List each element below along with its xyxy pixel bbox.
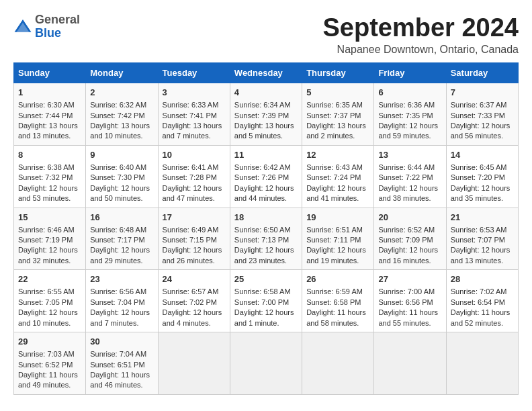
day-number: 5: [306, 87, 369, 99]
daylight-text: Daylight: 11 hours and 58 minutes.: [306, 308, 366, 326]
table-row: 7Sunrise: 6:37 AMSunset: 7:33 PMDaylight…: [446, 83, 518, 146]
sunset-text: Sunset: 7:13 PM: [234, 236, 289, 244]
col-monday: Monday: [86, 63, 158, 83]
day-number: 11: [234, 149, 298, 161]
title-block: September 2024 Napanee Downtown, Ontario…: [323, 13, 519, 56]
day-number: 6: [378, 87, 441, 99]
sunrise-text: Sunrise: 6:59 AM: [306, 287, 363, 295]
day-number: 27: [378, 273, 441, 285]
calendar-week-row: 8Sunrise: 6:38 AMSunset: 7:32 PMDaylight…: [14, 145, 519, 208]
day-number: 23: [90, 273, 153, 285]
day-number: 18: [234, 212, 298, 224]
daylight-text: Daylight: 12 hours and 47 minutes.: [163, 184, 222, 202]
sunrise-text: Sunrise: 6:50 AM: [234, 226, 291, 234]
sunset-text: Sunset: 7:05 PM: [18, 298, 73, 306]
table-row: [446, 332, 518, 395]
daylight-text: Daylight: 12 hours and 56 minutes.: [451, 122, 511, 140]
col-saturday: Saturday: [446, 63, 518, 83]
col-friday: Friday: [374, 63, 446, 83]
day-number: 15: [18, 212, 81, 224]
table-row: 16Sunrise: 6:48 AMSunset: 7:17 PMDayligh…: [86, 208, 158, 270]
day-number: 9: [90, 149, 153, 161]
sunset-text: Sunset: 7:19 PM: [18, 236, 73, 244]
sunrise-text: Sunrise: 6:55 AM: [18, 287, 75, 295]
table-row: 20Sunrise: 6:52 AMSunset: 7:09 PMDayligh…: [374, 208, 446, 270]
sunrise-text: Sunrise: 6:38 AM: [18, 163, 75, 171]
table-row: 21Sunrise: 6:53 AMSunset: 7:07 PMDayligh…: [446, 208, 518, 270]
daylight-text: Daylight: 12 hours and 1 minute.: [234, 308, 294, 326]
sunset-text: Sunset: 7:42 PM: [90, 111, 144, 120]
daylight-text: Daylight: 13 hours and 7 minutes.: [163, 122, 222, 140]
table-row: 13Sunrise: 6:44 AMSunset: 7:22 PMDayligh…: [374, 145, 446, 208]
daylight-text: Daylight: 13 hours and 5 minutes.: [234, 122, 294, 140]
sunrise-text: Sunrise: 6:57 AM: [163, 287, 219, 295]
sunrise-text: Sunrise: 6:40 AM: [90, 163, 146, 171]
sunset-text: Sunset: 7:24 PM: [306, 173, 361, 181]
calendar-table: Sunday Monday Tuesday Wednesday Thursday…: [13, 62, 519, 395]
sunset-text: Sunset: 7:33 PM: [451, 111, 505, 120]
daylight-text: Daylight: 12 hours and 32 minutes.: [18, 246, 78, 264]
table-row: [302, 332, 374, 395]
day-number: 29: [18, 336, 81, 348]
daylight-text: Daylight: 12 hours and 23 minutes.: [234, 246, 294, 264]
table-row: 24Sunrise: 6:57 AMSunset: 7:02 PMDayligh…: [158, 270, 230, 332]
table-row: 25Sunrise: 6:58 AMSunset: 7:00 PMDayligh…: [230, 270, 302, 332]
sunrise-text: Sunrise: 6:52 AM: [378, 226, 435, 234]
day-number: 25: [234, 273, 298, 285]
sunset-text: Sunset: 7:44 PM: [18, 111, 73, 120]
daylight-text: Daylight: 12 hours and 26 minutes.: [163, 246, 222, 264]
day-number: 30: [90, 336, 153, 348]
daylight-text: Daylight: 13 hours and 2 minutes.: [306, 122, 366, 140]
sunset-text: Sunset: 6:51 PM: [90, 361, 144, 369]
day-number: 22: [18, 273, 81, 285]
sunset-text: Sunset: 7:28 PM: [163, 173, 217, 181]
day-number: 24: [163, 273, 226, 285]
sunrise-text: Sunrise: 6:42 AM: [234, 163, 291, 171]
logo-blue: Blue: [35, 26, 61, 40]
sunset-text: Sunset: 6:58 PM: [306, 298, 361, 306]
sunrise-text: Sunrise: 6:41 AM: [163, 163, 219, 171]
location-title: Napanee Downtown, Ontario, Canada: [323, 44, 519, 56]
sunset-text: Sunset: 6:56 PM: [378, 298, 433, 306]
sunset-text: Sunset: 7:37 PM: [306, 111, 361, 120]
sunrise-text: Sunrise: 6:48 AM: [90, 226, 146, 234]
table-row: [230, 332, 302, 395]
col-wednesday: Wednesday: [230, 63, 302, 83]
sunrise-text: Sunrise: 7:04 AM: [90, 350, 146, 358]
col-tuesday: Tuesday: [158, 63, 230, 83]
sunrise-text: Sunrise: 6:51 AM: [306, 226, 363, 234]
daylight-text: Daylight: 13 hours and 13 minutes.: [18, 122, 78, 140]
table-row: 29Sunrise: 7:03 AMSunset: 6:52 PMDayligh…: [14, 332, 86, 395]
calendar-week-row: 1Sunrise: 6:30 AMSunset: 7:44 PMDaylight…: [14, 83, 519, 146]
sunrise-text: Sunrise: 6:32 AM: [90, 101, 146, 109]
logo-general: General: [35, 13, 80, 26]
day-number: 26: [306, 273, 369, 285]
sunrise-text: Sunrise: 6:46 AM: [18, 226, 75, 234]
daylight-text: Daylight: 12 hours and 38 minutes.: [378, 184, 438, 202]
sunrise-text: Sunrise: 6:35 AM: [306, 101, 363, 109]
table-row: [158, 332, 230, 395]
col-sunday: Sunday: [14, 63, 86, 83]
month-title: September 2024: [323, 13, 519, 42]
sunset-text: Sunset: 7:17 PM: [90, 236, 144, 244]
daylight-text: Daylight: 12 hours and 13 minutes.: [451, 246, 511, 264]
daylight-text: Daylight: 11 hours and 52 minutes.: [451, 308, 511, 326]
daylight-text: Daylight: 12 hours and 41 minutes.: [306, 184, 366, 202]
day-number: 14: [451, 149, 514, 161]
sunrise-text: Sunrise: 6:49 AM: [163, 226, 219, 234]
table-row: 30Sunrise: 7:04 AMSunset: 6:51 PMDayligh…: [86, 332, 158, 395]
table-row: 17Sunrise: 6:49 AMSunset: 7:15 PMDayligh…: [158, 208, 230, 270]
calendar-week-row: 15Sunrise: 6:46 AMSunset: 7:19 PMDayligh…: [14, 208, 519, 270]
sunrise-text: Sunrise: 6:44 AM: [378, 163, 435, 171]
sunset-text: Sunset: 7:11 PM: [306, 236, 361, 244]
logo: General Blue: [13, 13, 80, 40]
sunset-text: Sunset: 7:39 PM: [234, 111, 289, 120]
sunrise-text: Sunrise: 6:56 AM: [90, 287, 146, 295]
sunrise-text: Sunrise: 6:45 AM: [451, 163, 507, 171]
daylight-text: Daylight: 12 hours and 50 minutes.: [90, 184, 150, 202]
day-number: 28: [451, 273, 514, 285]
col-thursday: Thursday: [302, 63, 374, 83]
daylight-text: Daylight: 11 hours and 49 minutes.: [18, 371, 78, 389]
table-row: 8Sunrise: 6:38 AMSunset: 7:32 PMDaylight…: [14, 145, 86, 208]
day-number: 3: [163, 87, 226, 99]
